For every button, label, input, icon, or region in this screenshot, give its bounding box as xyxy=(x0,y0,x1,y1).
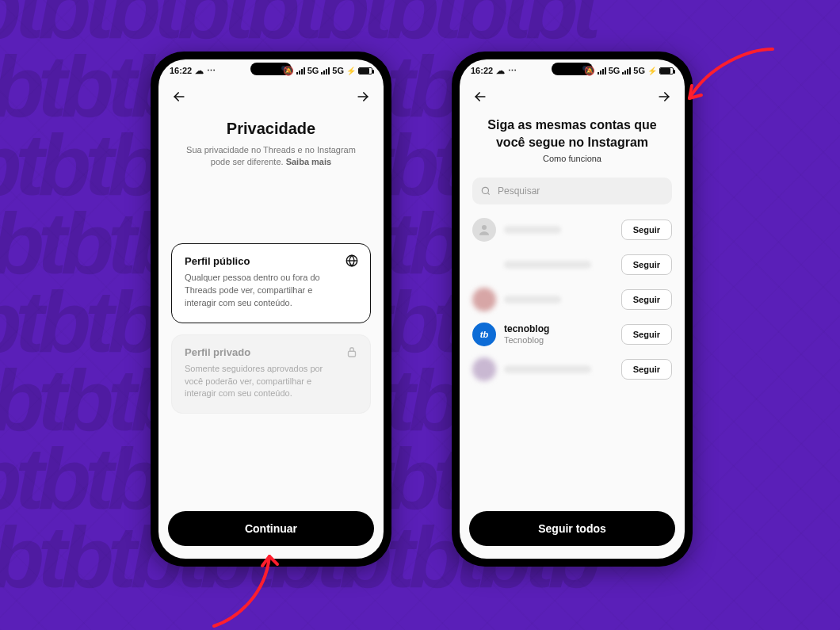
annotation-arrow-forward xyxy=(678,41,796,128)
privacy-option-private[interactable]: Perfil privado Somente seguidores aprova… xyxy=(171,334,371,414)
follow-button[interactable]: Seguir xyxy=(621,289,672,310)
battery-icon xyxy=(659,67,674,74)
svg-point-2 xyxy=(482,188,488,194)
page-subtitle: Sua privacidade no Threads e no Instagra… xyxy=(184,144,358,169)
option-title: Perfil privado xyxy=(185,346,357,358)
learn-more-link[interactable]: Saiba mais xyxy=(286,157,331,166)
status-time: 16:22 xyxy=(471,66,493,75)
wifi-icon: ⚡ xyxy=(647,67,657,75)
cloud-icon: ☁ xyxy=(496,66,505,76)
nav-bar xyxy=(158,82,384,112)
search-field[interactable] xyxy=(472,178,672,204)
account-display-name: Tecnoblog xyxy=(504,335,613,346)
forward-button[interactable] xyxy=(352,86,374,108)
avatar xyxy=(472,357,496,381)
back-button[interactable] xyxy=(469,86,491,108)
forward-button[interactable] xyxy=(653,86,675,108)
network-label-2: 5G xyxy=(332,66,344,75)
nav-bar xyxy=(460,82,685,112)
list-item: Seguir xyxy=(472,212,672,247)
blurred-username xyxy=(504,296,561,304)
svg-rect-1 xyxy=(349,351,356,357)
privacy-option-public[interactable]: Perfil público Qualquer pessoa dentro ou… xyxy=(171,243,371,323)
signal-bars-icon xyxy=(296,67,305,74)
page-title: Privacidade xyxy=(171,120,371,138)
follow-button[interactable]: Seguir xyxy=(621,324,672,345)
signal-bars-icon-2 xyxy=(321,67,330,74)
follow-button[interactable]: Seguir xyxy=(621,359,672,380)
follow-button[interactable]: Seguir xyxy=(621,254,672,275)
accounts-list: Seguir Seguir Seguir tb xyxy=(472,212,672,387)
list-item-tecnoblog: tb tecnoblog Tecnoblog Seguir xyxy=(472,317,672,352)
account-username: tecnoblog xyxy=(504,323,613,334)
network-label-2: 5G xyxy=(633,66,645,75)
arrow-left-icon xyxy=(171,89,187,105)
status-bar: 16:22 ☁ ⋯ 🔕 5G 5G ⚡ xyxy=(460,59,685,82)
svg-point-3 xyxy=(482,225,487,230)
blurred-username xyxy=(504,261,591,269)
battery-icon xyxy=(358,67,372,74)
globe-icon xyxy=(345,254,359,271)
blurred-username xyxy=(504,365,591,373)
status-time: 16:22 xyxy=(170,66,192,75)
more-icon: ⋯ xyxy=(508,66,517,76)
back-button[interactable] xyxy=(168,86,190,108)
avatar xyxy=(472,288,496,311)
follow-all-button[interactable]: Seguir todos xyxy=(469,511,675,546)
avatar xyxy=(472,218,496,242)
network-label-1: 5G xyxy=(609,66,620,75)
avatar-tecnoblog: tb xyxy=(472,323,496,346)
blurred-username xyxy=(504,226,561,234)
network-label-1: 5G xyxy=(307,66,319,75)
list-item: Seguir xyxy=(472,352,672,387)
lock-icon xyxy=(345,345,359,362)
list-item: Seguir xyxy=(472,247,672,282)
option-title: Perfil público xyxy=(185,255,357,267)
wifi-icon: ⚡ xyxy=(346,67,356,75)
status-bar: 16:22 ☁ ⋯ 🔕 5G 5G ⚡ xyxy=(158,59,384,82)
phone-mockup-privacy: 16:22 ☁ ⋯ 🔕 5G 5G ⚡ xyxy=(151,52,391,567)
how-it-works-link[interactable]: Como funciona xyxy=(472,154,672,163)
arrow-right-icon xyxy=(656,89,672,105)
page-title: Siga as mesmas contas que você segue no … xyxy=(477,116,667,151)
mute-icon: 🔕 xyxy=(584,66,595,76)
signal-bars-icon-2 xyxy=(622,67,631,74)
option-description: Somente seguidores aprovados por você po… xyxy=(185,363,357,401)
search-input[interactable] xyxy=(498,185,664,197)
continue-button[interactable]: Continuar xyxy=(168,511,374,546)
cloud-icon: ☁ xyxy=(195,66,204,76)
person-icon xyxy=(477,223,491,237)
mute-icon: 🔕 xyxy=(283,66,294,76)
follow-button[interactable]: Seguir xyxy=(621,220,672,240)
arrow-right-icon xyxy=(355,89,371,105)
phone-mockup-follow: 16:22 ☁ ⋯ 🔕 5G 5G ⚡ xyxy=(452,52,693,567)
more-icon: ⋯ xyxy=(207,66,216,76)
signal-bars-icon xyxy=(598,67,606,74)
arrow-left-icon xyxy=(472,89,488,105)
search-icon xyxy=(480,185,491,197)
list-item: Seguir xyxy=(472,282,672,317)
option-description: Qualquer pessoa dentro ou fora do Thread… xyxy=(185,272,357,310)
